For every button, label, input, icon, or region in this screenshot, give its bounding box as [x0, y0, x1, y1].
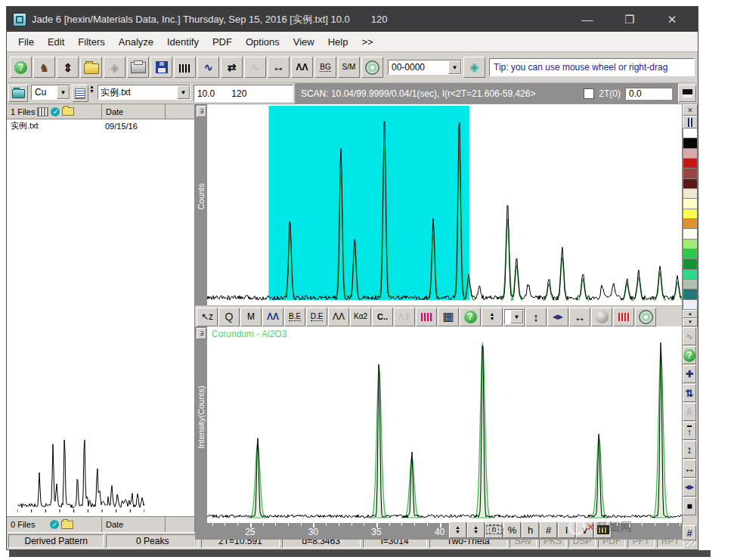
- height-button[interactable]: h: [522, 521, 539, 538]
- palette-color-11[interactable]: [683, 240, 698, 249]
- help3-icon[interactable]: ?: [683, 346, 696, 364]
- menu-analyze[interactable]: Analyze: [112, 35, 160, 49]
- view-button[interactable]: v: [576, 521, 593, 538]
- eraser-icon[interactable]: ◈: [104, 57, 125, 78]
- date-column-header[interactable]: Date: [102, 104, 166, 119]
- range-input[interactable]: 10.0 120: [194, 85, 293, 102]
- folder-mini-icon[interactable]: [61, 521, 73, 529]
- file-row[interactable]: 实例.txt 09/15/16: [7, 119, 194, 132]
- menu-filters[interactable]: Filters: [71, 35, 111, 49]
- background-icon[interactable]: BG: [314, 57, 336, 78]
- zoom-spinner[interactable]: ▲▼: [482, 308, 503, 326]
- palette-color-16[interactable]: [683, 289, 698, 299]
- palette-color-7[interactable]: [683, 199, 698, 209]
- hash-button[interactable]: #: [540, 521, 557, 538]
- menu-help[interactable]: Help: [321, 35, 355, 49]
- splitter-handle[interactable]: ∃: [197, 106, 206, 117]
- pan-blue2-icon[interactable]: ◀▶: [683, 478, 696, 497]
- palette-color-1[interactable]: [683, 138, 698, 148]
- intensity-button[interactable]: I: [558, 521, 575, 538]
- stretch-vertical-icon[interactable]: ↕: [525, 308, 547, 326]
- palette-color-0[interactable]: [683, 128, 698, 138]
- red-bars-icon[interactable]: [613, 308, 634, 326]
- palette-color-15[interactable]: [683, 280, 698, 289]
- pattern-bars-icon[interactable]: [174, 57, 196, 78]
- check-circle-icon[interactable]: ✓: [51, 107, 60, 116]
- menu-view[interactable]: View: [286, 35, 321, 49]
- palette-color-6[interactable]: [683, 189, 698, 199]
- splitter-handle[interactable]: ∃: [197, 328, 206, 339]
- percent-button[interactable]: %: [503, 521, 521, 538]
- pan-blue-icon[interactable]: ◀▶: [547, 308, 568, 326]
- cd2-icon[interactable]: [635, 308, 656, 326]
- palette-color-12[interactable]: [683, 249, 698, 259]
- menu-options[interactable]: Options: [239, 35, 286, 49]
- file-name[interactable]: 实例.txt: [7, 120, 101, 131]
- peak-adjust-disabled-icon[interactable]: Λ⇕: [394, 308, 415, 326]
- peak-fit-icon[interactable]: M: [240, 308, 262, 326]
- twin-peaks-icon[interactable]: ΛΛ: [291, 57, 313, 78]
- menu-edit[interactable]: Edit: [41, 35, 71, 49]
- phase-panel-header[interactable]: 0 Files ✓ Date: [7, 516, 194, 532]
- scroll-top-icon[interactable]: ↑: [683, 422, 696, 440]
- menu-file[interactable]: File: [11, 35, 41, 49]
- hash2-icon[interactable]: #: [683, 525, 696, 540]
- alpha-peaks-icon[interactable]: ΛΛ: [328, 308, 349, 326]
- palette-color-8[interactable]: [683, 209, 698, 219]
- centroid-icon[interactable]: C..: [372, 308, 393, 326]
- spinner-right[interactable]: ▲▼: [467, 521, 485, 538]
- menu-[interactable]: >>: [355, 35, 379, 49]
- print-icon[interactable]: [127, 57, 149, 78]
- cursor-zoom-icon[interactable]: ↖z: [197, 308, 218, 326]
- notes-button[interactable]: [72, 85, 88, 102]
- maximize-button[interactable]: ❒: [609, 13, 651, 26]
- palette-color-10[interactable]: [683, 229, 698, 239]
- palette-color-3[interactable]: [683, 159, 698, 169]
- minimize-button[interactable]: —: [566, 13, 609, 26]
- open-file-icon[interactable]: [80, 57, 102, 78]
- sphere-icon[interactable]: [591, 308, 612, 326]
- cd-icon[interactable]: [361, 57, 383, 78]
- chevron-down-icon[interactable]: ▼: [448, 60, 461, 74]
- count-button[interactable]: n: [485, 521, 503, 538]
- palette-color-14[interactable]: [683, 270, 698, 280]
- smooth-disabled-icon[interactable]: ∿: [244, 57, 266, 78]
- help-icon[interactable]: ?: [10, 57, 32, 78]
- expand-disabled-icon[interactable]: ≪: [683, 403, 696, 421]
- anode-combo[interactable]: Cu ▼: [31, 85, 70, 100]
- de-icon[interactable]: D.E: [306, 308, 327, 326]
- workspace-folder-button[interactable]: [8, 85, 28, 102]
- display-mode-button[interactable]: [678, 85, 696, 102]
- kalpha2-icon[interactable]: Kα2: [350, 308, 371, 326]
- stripes-display-button[interactable]: [683, 116, 698, 128]
- full-scan-plot[interactable]: [207, 104, 683, 305]
- save-icon[interactable]: [150, 57, 172, 78]
- stretch-h2-icon[interactable]: ↔: [683, 459, 696, 478]
- file-combo[interactable]: 实例.txt ▼: [98, 85, 190, 100]
- zoomed-plot[interactable]: Corundum - Al2O3: [207, 326, 683, 523]
- sort-arrows-icon[interactable]: ⇕: [57, 57, 79, 78]
- two-theta-zero-input[interactable]: 0.0: [625, 88, 672, 100]
- menu-identify[interactable]: Identify: [160, 35, 206, 49]
- folder-mini-icon[interactable]: [62, 107, 74, 116]
- spinner-left[interactable]: ▲▼: [449, 521, 466, 538]
- palette-color-4[interactable]: [683, 169, 698, 178]
- chevron-down-icon[interactable]: ▼: [177, 85, 190, 99]
- menu-pdf[interactable]: PDF: [206, 35, 239, 49]
- palette-spinner[interactable]: ▲▼: [683, 310, 698, 326]
- tile-grid-icon[interactable]: ▦: [438, 308, 459, 326]
- title-bar[interactable]: Jade 6 [hexin/Materials Data, Inc.] Thur…: [7, 7, 698, 32]
- stretch-v2-icon[interactable]: ↕: [683, 441, 696, 459]
- stop-icon[interactable]: ■: [683, 497, 696, 515]
- palette-color-2[interactable]: [683, 149, 698, 159]
- chevron-down-icon[interactable]: ▼: [57, 85, 70, 99]
- check-circle-icon[interactable]: ✓: [50, 520, 59, 529]
- help2-icon[interactable]: ?: [460, 308, 481, 326]
- palette-color-17[interactable]: [683, 300, 698, 310]
- thumbnail-view-icon[interactable]: ∿: [683, 327, 696, 345]
- be-icon[interactable]: B.E: [284, 308, 305, 326]
- palette-color-9[interactable]: [683, 219, 698, 229]
- move-all-icon[interactable]: ✚: [683, 365, 696, 383]
- profile-fit-icon[interactable]: ∿: [197, 57, 219, 78]
- pattern-thumbnail[interactable]: [17, 427, 194, 513]
